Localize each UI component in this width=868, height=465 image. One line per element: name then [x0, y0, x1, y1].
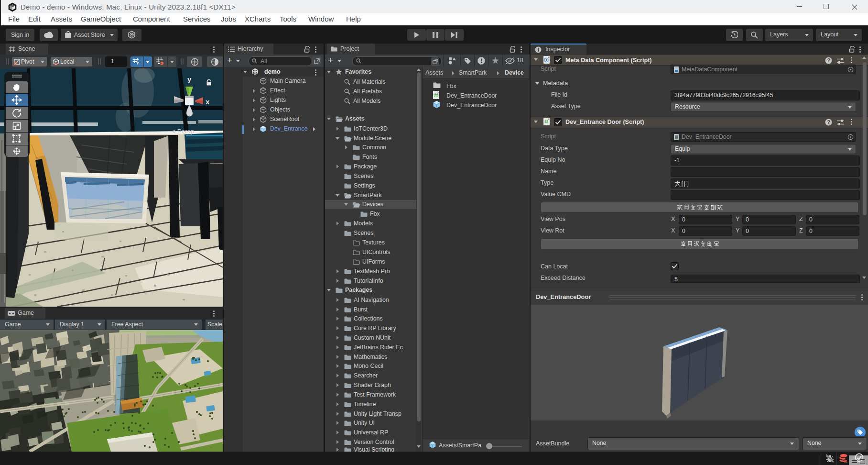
- svg-text:x: x: [845, 458, 848, 463]
- svg-text:?: ?: [827, 119, 830, 125]
- svg-text:Y: Y: [136, 61, 139, 65]
- svg-text:x: x: [206, 98, 210, 106]
- svg-text:y: y: [187, 75, 192, 83]
- svg-text:?: ?: [827, 57, 830, 63]
